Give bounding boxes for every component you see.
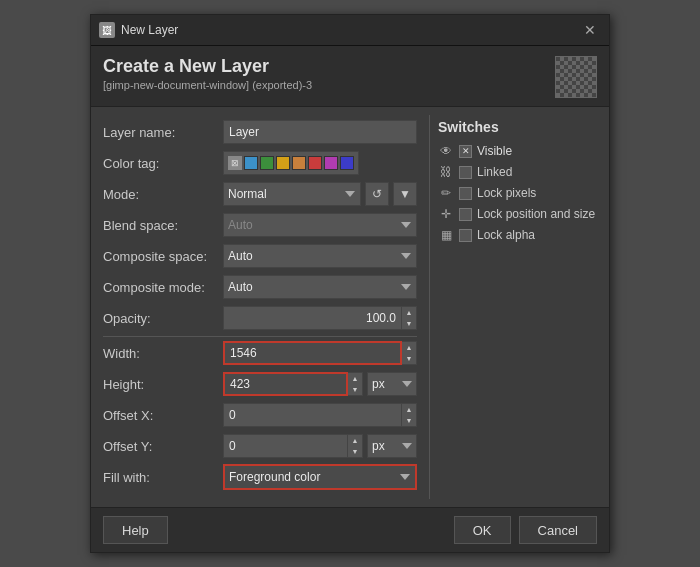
mode-reset-button[interactable]: ↺ bbox=[365, 182, 389, 206]
opacity-decrement-button[interactable]: ▼ bbox=[402, 318, 416, 329]
offset-unit-select[interactable]: px bbox=[367, 434, 417, 458]
visible-label: Visible bbox=[477, 144, 512, 158]
titlebar: 🖼 New Layer ✕ bbox=[91, 15, 609, 46]
titlebar-title: New Layer bbox=[121, 23, 178, 37]
linked-checkbox[interactable] bbox=[459, 166, 472, 179]
width-decrement-button[interactable]: ▼ bbox=[402, 353, 416, 364]
offset-y-input[interactable] bbox=[223, 434, 348, 458]
lock-alpha-label: Lock alpha bbox=[477, 228, 535, 242]
linked-switch-row: ⛓ Linked bbox=[438, 164, 597, 180]
mode-select[interactable]: Normal bbox=[223, 182, 361, 206]
lock-alpha-checkbox[interactable] bbox=[459, 229, 472, 242]
layer-name-label: Layer name: bbox=[103, 125, 223, 140]
color-swatch-orange[interactable] bbox=[292, 156, 306, 170]
height-spin-buttons: ▲ ▼ bbox=[348, 372, 363, 396]
height-label: Height: bbox=[103, 377, 223, 392]
offset-x-row: Offset X: ▲ ▼ bbox=[103, 402, 417, 428]
color-swatch-darkblue[interactable] bbox=[340, 156, 354, 170]
color-swatch-blue[interactable] bbox=[244, 156, 258, 170]
height-increment-button[interactable]: ▲ bbox=[348, 373, 362, 384]
ok-button[interactable]: OK bbox=[454, 516, 511, 544]
height-decrement-button[interactable]: ▼ bbox=[348, 384, 362, 395]
lock-alpha-switch-row: ▦ Lock alpha bbox=[438, 227, 597, 243]
close-button[interactable]: ✕ bbox=[579, 20, 601, 40]
composite-mode-select[interactable]: Auto bbox=[223, 275, 417, 299]
linked-label: Linked bbox=[477, 165, 512, 179]
lock-pixels-switch-row: ✏ Lock pixels bbox=[438, 185, 597, 201]
opacity-input[interactable] bbox=[223, 306, 402, 330]
visible-checkbox[interactable] bbox=[459, 145, 472, 158]
dialog-title: Create a New Layer bbox=[103, 56, 312, 77]
offset-x-input[interactable] bbox=[223, 403, 402, 427]
offset-y-decrement-button[interactable]: ▼ bbox=[348, 446, 362, 457]
visible-switch-row: 👁 Visible bbox=[438, 143, 597, 159]
offset-y-spinner: ▲ ▼ bbox=[223, 434, 363, 458]
titlebar-left: 🖼 New Layer bbox=[99, 22, 178, 38]
help-button[interactable]: Help bbox=[103, 516, 168, 544]
mode-row: Mode: Normal ↺ ▼ bbox=[103, 181, 417, 207]
fill-with-row: Fill with: Foreground color Background c… bbox=[103, 464, 417, 490]
fill-with-label: Fill with: bbox=[103, 470, 223, 485]
composite-mode-row: Composite mode: Auto bbox=[103, 274, 417, 300]
opacity-wrapper: ▲ ▼ bbox=[223, 306, 417, 330]
layer-name-input[interactable] bbox=[223, 120, 417, 144]
mode-extra-button[interactable]: ▼ bbox=[393, 182, 417, 206]
offset-x-increment-button[interactable]: ▲ bbox=[402, 404, 416, 415]
fill-select-wrapper: Foreground color Background color White … bbox=[223, 464, 417, 490]
lock-pixels-icon: ✏ bbox=[438, 185, 454, 201]
lock-position-icon: ✛ bbox=[438, 206, 454, 222]
blend-space-label: Blend space: bbox=[103, 218, 223, 233]
app-icon: 🖼 bbox=[99, 22, 115, 38]
switches-panel: Switches 👁 Visible ⛓ Linked ✏ Lock pixel… bbox=[429, 115, 609, 499]
offset-x-decrement-button[interactable]: ▼ bbox=[402, 415, 416, 426]
color-swatch-yellow[interactable] bbox=[276, 156, 290, 170]
offset-y-label: Offset Y: bbox=[103, 439, 223, 454]
mode-select-wrapper: Normal ↺ ▼ bbox=[223, 182, 417, 206]
offset-x-spinner: ▲ ▼ bbox=[223, 403, 417, 427]
color-tag-label: Color tag: bbox=[103, 156, 223, 171]
no-color-icon[interactable]: ⊠ bbox=[228, 156, 242, 170]
composite-space-select[interactable]: Auto bbox=[223, 244, 417, 268]
opacity-label: Opacity: bbox=[103, 311, 223, 326]
lock-position-switch-row: ✛ Lock position and size bbox=[438, 206, 597, 222]
color-tags-widget[interactable]: ⊠ bbox=[223, 151, 359, 175]
left-panel: Layer name: Color tag: ⊠ bbox=[91, 115, 429, 499]
dialog-subtitle: [gimp-new-document-window] (exported)-3 bbox=[103, 79, 312, 91]
offset-y-spin-buttons: ▲ ▼ bbox=[348, 434, 363, 458]
dialog-header: Create a New Layer [gimp-new-document-wi… bbox=[91, 46, 609, 107]
color-swatch-red[interactable] bbox=[308, 156, 322, 170]
switches-title: Switches bbox=[438, 119, 597, 135]
opacity-row: Opacity: ▲ ▼ bbox=[103, 305, 417, 331]
height-input[interactable] bbox=[223, 372, 348, 396]
dialog-footer: Help OK Cancel bbox=[91, 507, 609, 552]
dialog-body: Layer name: Color tag: ⊠ bbox=[91, 107, 609, 507]
visible-icon: 👁 bbox=[438, 143, 454, 159]
divider bbox=[103, 336, 417, 337]
height-row: Height: ▲ ▼ px bbox=[103, 371, 417, 397]
composite-space-label: Composite space: bbox=[103, 249, 223, 264]
color-swatch-green[interactable] bbox=[260, 156, 274, 170]
opacity-increment-button[interactable]: ▲ bbox=[402, 307, 416, 318]
width-spin-buttons: ▲ ▼ bbox=[402, 341, 417, 365]
composite-mode-label: Composite mode: bbox=[103, 280, 223, 295]
width-input[interactable] bbox=[223, 341, 402, 365]
lock-position-checkbox[interactable] bbox=[459, 208, 472, 221]
mode-label: Mode: bbox=[103, 187, 223, 202]
blend-space-row: Blend space: Auto bbox=[103, 212, 417, 238]
document-thumbnail bbox=[555, 56, 597, 98]
lock-pixels-checkbox[interactable] bbox=[459, 187, 472, 200]
height-spinner: ▲ ▼ bbox=[223, 372, 363, 396]
width-spinner: ▲ ▼ bbox=[223, 341, 417, 365]
footer-right-buttons: OK Cancel bbox=[454, 516, 597, 544]
offset-x-label: Offset X: bbox=[103, 408, 223, 423]
cancel-button[interactable]: Cancel bbox=[519, 516, 597, 544]
linked-icon: ⛓ bbox=[438, 164, 454, 180]
opacity-spin-buttons: ▲ ▼ bbox=[402, 306, 417, 330]
color-swatch-purple[interactable] bbox=[324, 156, 338, 170]
offset-y-increment-button[interactable]: ▲ bbox=[348, 435, 362, 446]
height-unit-select[interactable]: px bbox=[367, 372, 417, 396]
fill-with-select[interactable]: Foreground color Background color White … bbox=[223, 464, 417, 490]
blend-space-select[interactable]: Auto bbox=[223, 213, 417, 237]
width-increment-button[interactable]: ▲ bbox=[402, 342, 416, 353]
header-text: Create a New Layer [gimp-new-document-wi… bbox=[103, 56, 312, 91]
